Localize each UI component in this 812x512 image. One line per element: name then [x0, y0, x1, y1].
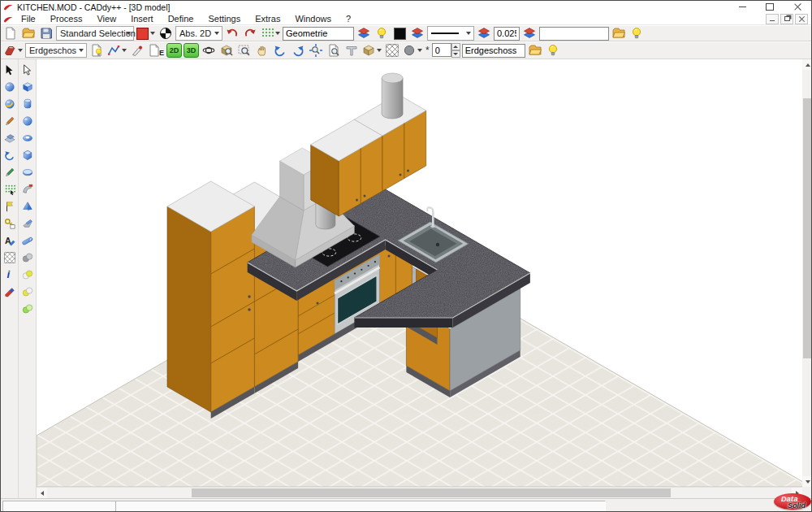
coordinate-mode-combo[interactable]: Abs. 2D: [175, 26, 222, 41]
selection-mode-combo[interactable]: Standard Selection: [56, 26, 134, 41]
zoom-page-button[interactable]: [326, 42, 342, 59]
solid-wedge-tool-button[interactable]: [19, 215, 36, 232]
text-tool-button[interactable]: A: [1, 232, 18, 249]
point-tool-button[interactable]: [1, 78, 18, 95]
mdi-restore-button[interactable]: [780, 14, 793, 24]
folder-layers-button[interactable]: [611, 25, 627, 41]
storey-combo[interactable]: Erdgeschos: [25, 43, 87, 58]
t-square-button[interactable]: [343, 42, 360, 59]
scroll-up-button[interactable]: [802, 59, 812, 70]
solid-disc-tool-button[interactable]: [19, 163, 36, 180]
solid-pyramid-tool-button[interactable]: [19, 197, 36, 215]
solid-view-button[interactable]: [361, 42, 382, 59]
solid-prism-tool-button[interactable]: [19, 146, 36, 163]
scroll-left-button[interactable]: [37, 488, 47, 498]
spinner-up-button[interactable]: [451, 43, 460, 50]
redo-button[interactable]: [242, 25, 258, 41]
page-lamp-button[interactable]: [89, 42, 105, 59]
workplane-tool-button[interactable]: [1, 129, 18, 146]
rotate-view-tool-button[interactable]: [1, 146, 18, 163]
save-button[interactable]: [38, 25, 54, 41]
model-viewport[interactable]: [37, 59, 802, 487]
vertical-scrollbar-thumb[interactable]: [803, 98, 812, 358]
minimize-button[interactable]: [728, 1, 756, 13]
rotate-cw-button[interactable]: [290, 42, 306, 59]
layer-assign-button[interactable]: [356, 25, 372, 41]
hatch-display-button[interactable]: [384, 42, 400, 59]
zoom-model-button[interactable]: [218, 42, 235, 59]
new-document-button[interactable]: [2, 25, 19, 41]
scroll-down-button[interactable]: [802, 476, 812, 487]
pen-color-button[interactable]: [391, 25, 408, 41]
layer-linetype-button[interactable]: [476, 25, 492, 41]
lightbulb-button[interactable]: [545, 42, 561, 59]
solid-box-tool-button[interactable]: [19, 78, 36, 95]
line-width-input[interactable]: [494, 27, 520, 41]
zoom-all-button[interactable]: [308, 42, 324, 59]
dimension-tool-button[interactable]: [1, 215, 18, 232]
menu-view[interactable]: View: [89, 13, 123, 24]
hatch-tool-button[interactable]: [1, 249, 18, 266]
view-3d-button[interactable]: 3D: [184, 43, 199, 58]
vertical-scrollbar[interactable]: [802, 59, 812, 487]
layer-visibility-button[interactable]: [374, 25, 390, 41]
bool-union-tool-button[interactable]: [19, 249, 36, 266]
storey-name-input[interactable]: [462, 44, 525, 58]
horizontal-scrollbar[interactable]: [37, 487, 802, 498]
menu-settings[interactable]: Settings: [201, 13, 248, 24]
solid-tube-tool-button[interactable]: [19, 232, 36, 249]
solid-sphere-tool-button[interactable]: [19, 112, 36, 129]
pen-tool-button[interactable]: [129, 42, 145, 59]
menu-extras[interactable]: Extras: [248, 13, 287, 24]
grid-settings-button[interactable]: [260, 25, 281, 41]
element-page-button[interactable]: E: [147, 42, 165, 59]
mdi-close-button[interactable]: [795, 14, 808, 24]
measure-tool-button[interactable]: [1, 197, 18, 215]
polyline-button[interactable]: [106, 42, 127, 59]
menu-process[interactable]: Process: [43, 13, 90, 24]
menu-define[interactable]: Define: [161, 13, 201, 24]
render-mode-button[interactable]: [402, 42, 423, 59]
selection-color-button[interactable]: [136, 25, 156, 41]
lightbulb-button[interactable]: [628, 25, 645, 41]
maximize-button[interactable]: [756, 1, 784, 13]
shade-tool-button[interactable]: [1, 95, 18, 112]
menu-file[interactable]: File: [14, 13, 43, 24]
line-style-combo[interactable]: [427, 26, 474, 41]
menu-insert[interactable]: Insert: [123, 13, 161, 24]
menu-help[interactable]: ?: [339, 13, 358, 24]
info-tool-button[interactable]: i: [1, 266, 18, 283]
solid-cylinder-tool-button[interactable]: [19, 95, 36, 112]
layer-width-button[interactable]: [521, 25, 538, 41]
orbit-button[interactable]: [201, 42, 217, 59]
grid-snap-tool-button[interactable]: [1, 180, 18, 197]
zoom-window-button[interactable]: [236, 42, 253, 59]
bool-intersect-tool-button[interactable]: [19, 283, 36, 300]
attribute-input[interactable]: [539, 27, 609, 41]
rotate-ccw-button[interactable]: [272, 42, 288, 59]
solid-torus-tool-button[interactable]: [19, 129, 36, 146]
select-tool-button[interactable]: [1, 61, 18, 78]
select-alt-tool-button[interactable]: [19, 61, 36, 78]
sketch-tool-button[interactable]: [1, 112, 18, 129]
horizontal-scrollbar-thumb[interactable]: [192, 488, 671, 497]
layer-style-button[interactable]: [409, 25, 425, 41]
sweep-tool-button[interactable]: [19, 180, 36, 197]
menu-windows[interactable]: Windows: [287, 13, 339, 24]
erase-tool-button[interactable]: [1, 283, 18, 300]
close-button[interactable]: [784, 1, 811, 13]
folder-layers-button[interactable]: [527, 42, 543, 59]
bool-subtract-tool-button[interactable]: [19, 266, 36, 283]
pan-button[interactable]: [254, 42, 270, 59]
annotate-tool-button[interactable]: [1, 163, 18, 180]
undo-button[interactable]: [224, 25, 240, 41]
spinner-down-button[interactable]: [451, 50, 460, 58]
level-spinner-input[interactable]: [432, 43, 451, 57]
wall-tool-button[interactable]: [2, 42, 24, 59]
mdi-minimize-button[interactable]: [766, 14, 779, 24]
bool-difference-tool-button[interactable]: [19, 300, 36, 317]
open-button[interactable]: [20, 25, 37, 41]
geometry-name-input[interactable]: [283, 27, 354, 41]
view-2d-button[interactable]: 2D: [166, 43, 182, 58]
snap-target-button[interactable]: [158, 25, 174, 41]
